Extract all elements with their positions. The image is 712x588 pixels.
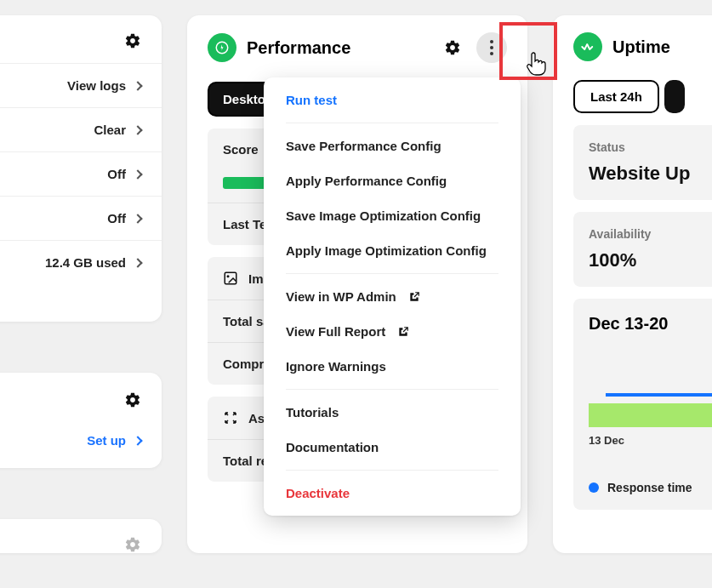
menu-view-full-report[interactable]: View Full Report bbox=[264, 314, 521, 349]
status-label: Status bbox=[589, 140, 712, 154]
more-menu-button[interactable] bbox=[476, 32, 507, 63]
menu-ignore-warnings[interactable]: Ignore Warnings bbox=[264, 349, 521, 384]
chevron-right-icon bbox=[133, 436, 142, 445]
row-off-2[interactable]: Off bbox=[0, 196, 162, 240]
chart-area bbox=[589, 368, 712, 427]
menu-label: Ignore Warnings bbox=[286, 359, 386, 374]
chart-legend: Response time bbox=[589, 481, 712, 494]
menu-label: Save Performance Config bbox=[286, 139, 441, 153]
row-off-1[interactable]: Off bbox=[0, 151, 162, 196]
gear-icon[interactable] bbox=[124, 391, 141, 408]
menu-separator bbox=[286, 389, 498, 390]
menu-label: Tutorials bbox=[286, 405, 339, 420]
chevron-right-icon bbox=[133, 214, 142, 223]
chart-response-line bbox=[606, 393, 712, 397]
performance-title: Performance bbox=[247, 38, 434, 58]
performance-more-menu: Run test Save Performance Config Apply P… bbox=[264, 77, 521, 516]
gear-icon[interactable] bbox=[444, 39, 461, 56]
score-label: Score bbox=[223, 142, 259, 157]
range-button[interactable]: Last 24h bbox=[573, 80, 659, 113]
availability-value: 100% bbox=[589, 249, 712, 271]
chevron-right-icon bbox=[133, 81, 142, 90]
svg-rect-4 bbox=[225, 272, 236, 284]
menu-separator bbox=[286, 273, 498, 274]
chart-title: Dec 13-20 bbox=[589, 314, 712, 334]
setup-button[interactable]: Set up bbox=[0, 418, 162, 468]
external-link-icon bbox=[397, 326, 409, 338]
menu-separator bbox=[286, 123, 498, 123]
chevron-right-icon bbox=[133, 125, 142, 134]
left-partial-card-2: lates Set up bbox=[0, 373, 162, 468]
availability-label: Availability bbox=[589, 227, 712, 241]
uptime-card: Uptime Last 24h Status Website Up Availa… bbox=[553, 15, 712, 553]
menu-tutorials[interactable]: Tutorials bbox=[264, 395, 521, 430]
menu-label: Save Image Optimization Config bbox=[286, 208, 481, 223]
gear-icon[interactable] bbox=[124, 32, 141, 49]
row-label: Off bbox=[107, 167, 126, 181]
menu-label: Apply Performance Config bbox=[286, 174, 447, 188]
svg-point-5 bbox=[227, 275, 230, 277]
compress-icon bbox=[223, 410, 238, 425]
performance-card: Performance Desktop Score Last Test bbox=[187, 15, 527, 553]
menu-run-test[interactable]: Run test bbox=[264, 83, 521, 117]
menu-documentation[interactable]: Documentation bbox=[264, 430, 521, 465]
menu-label: View Full Report bbox=[286, 324, 385, 339]
menu-view-wp-admin[interactable]: View in WP Admin bbox=[264, 279, 521, 314]
menu-save-perf-config[interactable]: Save Performance Config bbox=[264, 128, 521, 163]
svg-point-3 bbox=[490, 52, 493, 55]
row-view-logs[interactable]: View logs bbox=[0, 63, 162, 107]
menu-label: Deactivate bbox=[286, 486, 350, 500]
left-partial-card-3 bbox=[0, 519, 162, 553]
external-link-icon bbox=[408, 291, 420, 303]
range-label: Last 24h bbox=[590, 89, 642, 104]
range-next-button[interactable] bbox=[664, 80, 685, 113]
availability-panel: Availability 100% bbox=[573, 212, 712, 287]
chart-xaxis-label: 13 Dec bbox=[589, 434, 712, 447]
menu-apply-img-config[interactable]: Apply Image Optimization Config bbox=[264, 233, 521, 268]
row-label: View logs bbox=[67, 78, 126, 93]
menu-deactivate[interactable]: Deactivate bbox=[264, 476, 521, 511]
left-partial-card: View logs Clear Off Off 12.4 GB used bbox=[0, 15, 162, 322]
chevron-right-icon bbox=[133, 258, 142, 267]
gear-icon[interactable] bbox=[124, 536, 141, 553]
status-value: Website Up bbox=[589, 163, 712, 185]
status-panel: Status Website Up bbox=[573, 125, 712, 200]
dots-vertical-icon bbox=[490, 40, 493, 55]
row-label: 12.4 GB used bbox=[45, 255, 126, 270]
svg-point-2 bbox=[490, 46, 493, 49]
menu-save-img-config[interactable]: Save Image Optimization Config bbox=[264, 198, 521, 233]
setup-label: Set up bbox=[87, 433, 126, 448]
menu-label: Apply Image Optimization Config bbox=[286, 243, 487, 258]
legend-dot-response bbox=[589, 482, 599, 493]
menu-label: Run test bbox=[286, 93, 337, 107]
uptime-title: Uptime bbox=[612, 37, 712, 57]
chart-uptime-bar bbox=[589, 403, 712, 427]
row-label: Clear bbox=[94, 123, 126, 137]
legend-label-response: Response time bbox=[607, 481, 692, 494]
uptime-chart-panel: Dec 13-20 13 Dec Response time bbox=[573, 299, 712, 510]
menu-label: View in WP Admin bbox=[286, 289, 396, 304]
row-storage-used[interactable]: 12.4 GB used bbox=[0, 240, 162, 284]
menu-label: Documentation bbox=[286, 440, 379, 454]
svg-point-1 bbox=[490, 40, 493, 43]
row-label: Off bbox=[107, 211, 126, 225]
row-clear[interactable]: Clear bbox=[0, 107, 162, 151]
image-icon bbox=[223, 271, 238, 286]
performance-badge-icon bbox=[208, 33, 236, 62]
chevron-right-icon bbox=[133, 169, 142, 179]
menu-apply-perf-config[interactable]: Apply Performance Config bbox=[264, 163, 521, 198]
menu-separator bbox=[286, 470, 498, 471]
uptime-badge-icon bbox=[573, 32, 602, 61]
